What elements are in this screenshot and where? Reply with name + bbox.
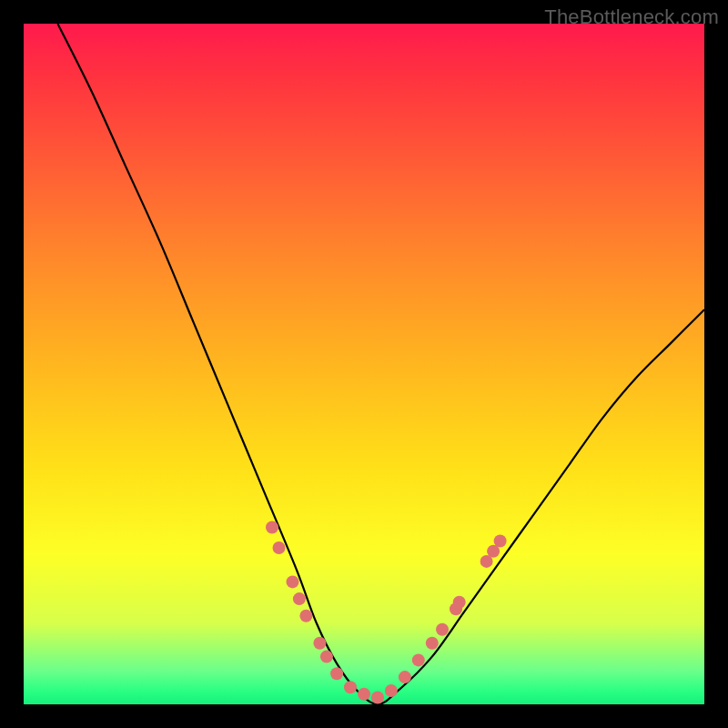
bottleneck-curve [57,24,704,704]
scatter-dot [385,684,398,697]
scatter-dot [344,681,357,693]
scatter-dot [399,671,411,683]
chart-svg [24,24,704,704]
scatter-dot [412,653,425,666]
watermark-text: TheBottleneck.com [544,5,719,29]
chart-frame [24,24,704,704]
scatter-dot [330,667,343,680]
scatter-dot [453,596,466,609]
scatter-dot [436,623,449,636]
scatter-dot [320,651,333,663]
scatter-dot [266,521,278,534]
scatter-dot [293,592,306,605]
scatter-dot [299,610,312,622]
scatter-dot [371,692,384,704]
scatter-dot [426,637,439,650]
scatter-dot [313,637,326,650]
scatter-dot [358,688,370,701]
scatter-dot [494,535,507,548]
scatter-dot [287,575,299,588]
scatter-dot [273,541,286,554]
scatter-dots [266,521,507,704]
